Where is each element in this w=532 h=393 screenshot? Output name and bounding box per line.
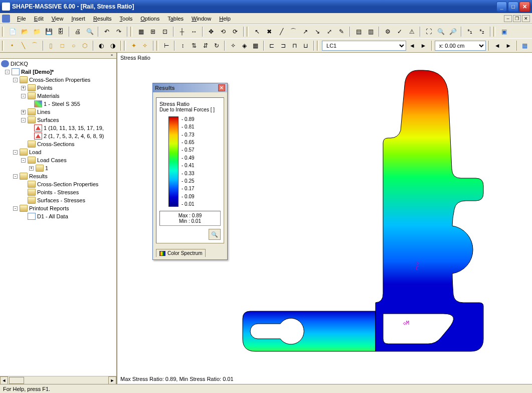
preview-icon[interactable]: 🔍 — [84, 26, 95, 37]
tree-surf1[interactable]: 1 (10, 11, 13, 15, 17, 19, — [44, 125, 104, 131]
navigator-hscroll[interactable]: ◄ ► — [0, 376, 116, 384]
snap-icon[interactable]: ⊡ — [159, 26, 170, 37]
scroll-left-icon[interactable]: ◄ — [0, 376, 8, 384]
misc1-icon[interactable]: *₁ — [464, 26, 475, 37]
check-icon[interactable]: ✓ — [394, 26, 405, 37]
res7-icon[interactable]: ◈ — [239, 40, 250, 51]
star1-icon[interactable]: ✦ — [129, 40, 139, 51]
collapse-icon[interactable]: - — [13, 174, 18, 179]
calc-icon[interactable]: ⚙ — [382, 26, 393, 37]
toolbar-grip-2[interactable] — [130, 27, 132, 37]
menu-edit[interactable]: Edit — [30, 15, 48, 23]
axis-icon[interactable]: ┼ — [176, 26, 188, 37]
line-tool-icon[interactable]: ╲ — [18, 40, 29, 51]
expand-icon[interactable]: + — [29, 166, 34, 171]
rect-icon[interactable]: ▯ — [46, 40, 57, 51]
tool7-icon[interactable]: ⤢ — [324, 26, 335, 37]
menu-results[interactable]: Results — [89, 15, 116, 23]
results-close-icon[interactable]: ✕ — [218, 84, 225, 91]
tool6-icon[interactable]: ↘ — [312, 26, 323, 37]
maximize-button[interactable]: □ — [508, 2, 518, 12]
rect2-icon[interactable]: □ — [57, 40, 68, 51]
table1-icon[interactable]: ▤ — [353, 26, 364, 37]
tree-project[interactable]: Rail [Demo]* — [21, 69, 54, 75]
open2-icon[interactable]: 📁 — [31, 26, 42, 37]
zoom-in-icon[interactable]: 🔍 — [435, 26, 446, 37]
res8-icon[interactable]: ▦ — [250, 40, 261, 51]
mdi-close-button[interactable]: ✕ — [522, 15, 530, 22]
results-icon[interactable]: ▣ — [498, 26, 509, 37]
menu-tables[interactable]: Tables — [163, 15, 188, 23]
move-icon[interactable]: ✥ — [206, 26, 217, 37]
saveall-icon[interactable]: 🗄 — [55, 26, 66, 37]
navigator-close-icon[interactable]: × — [108, 53, 115, 58]
menu-window[interactable]: Window — [188, 15, 215, 23]
res6-icon[interactable]: ✧ — [228, 40, 238, 51]
tree-surf2[interactable]: 2 (1, 7, 5, 3, 2, 4, 6, 8, 9) — [44, 133, 104, 139]
menu-help[interactable]: Help — [215, 15, 235, 23]
table2-icon[interactable]: ▥ — [365, 26, 376, 37]
tree-lc1[interactable]: 1 — [45, 165, 48, 171]
undo-icon[interactable]: ↶ — [101, 26, 112, 37]
collapse-icon[interactable]: - — [13, 78, 18, 82]
edit-line-icon[interactable]: ╱ — [276, 26, 287, 37]
menu-tools[interactable]: Tools — [116, 15, 137, 23]
zoom-fit-icon[interactable]: ⛶ — [423, 26, 434, 37]
tree-lines[interactable]: Lines — [37, 109, 50, 115]
res2-icon[interactable]: ↕ — [178, 40, 188, 51]
tree-r-csprops[interactable]: Cross-Section Properties — [37, 181, 98, 187]
tree-d1[interactable]: D1 - All Data — [37, 213, 68, 219]
res9-icon[interactable]: ⊏ — [267, 40, 277, 51]
menu-view[interactable]: View — [48, 15, 68, 23]
scroll-right-icon[interactable]: ► — [108, 376, 116, 384]
tree-surfaces[interactable]: Surfaces — [37, 117, 59, 123]
nav-prev-icon[interactable]: ◄ — [492, 40, 502, 51]
coord-select[interactable]: x: 0.00 cm — [435, 41, 486, 51]
collapse-icon[interactable]: - — [5, 70, 10, 74]
dim-icon[interactable]: ↔ — [189, 26, 200, 37]
edit-curve-icon[interactable]: ⌒ — [288, 26, 299, 37]
save-icon[interactable]: 💾 — [43, 26, 54, 37]
delete-icon[interactable]: ✖ — [264, 26, 275, 37]
collapse-icon[interactable]: - — [21, 94, 26, 98]
grid-icon[interactable]: ▦ — [135, 26, 146, 37]
select-icon[interactable]: ↖ — [252, 26, 263, 37]
res3-icon[interactable]: ⇅ — [189, 40, 200, 51]
res12-icon[interactable]: ⊔ — [301, 40, 311, 51]
nav-next-icon[interactable]: ► — [503, 40, 514, 51]
tool8-icon[interactable]: ✎ — [336, 26, 347, 37]
scroll-thumb[interactable] — [9, 377, 24, 384]
view-icon[interactable]: ▦ — [520, 40, 530, 51]
menu-file[interactable]: File — [13, 15, 30, 23]
misc2-icon[interactable]: *₂ — [476, 26, 487, 37]
lc-prev-icon[interactable]: ◄ — [407, 40, 418, 51]
rotate-icon[interactable]: ⟲ — [218, 26, 229, 37]
collapse-icon[interactable]: - — [13, 150, 18, 155]
fill-icon[interactable]: ◐ — [96, 40, 107, 51]
results-panel-title[interactable]: Results ✕ — [153, 83, 227, 92]
tree-materials[interactable]: Materials — [37, 93, 60, 99]
tree-load[interactable]: Load — [29, 149, 41, 155]
tree-material1[interactable]: 1 - Steel S 355 — [44, 101, 80, 107]
redo-icon[interactable]: ↷ — [113, 26, 124, 37]
rotate2-icon[interactable]: ⟳ — [230, 26, 241, 37]
color-spectrum-tab[interactable]: Color Spectrum — [156, 249, 206, 257]
toolbar-grip-5[interactable] — [2, 41, 4, 51]
toolbar-grip-3[interactable] — [247, 27, 249, 37]
tree-points[interactable]: Points — [37, 85, 53, 91]
res11-icon[interactable]: ⊓ — [289, 40, 300, 51]
tree-r-points[interactable]: Points - Stresses — [37, 189, 79, 195]
grid2-icon[interactable]: ⊞ — [147, 26, 158, 37]
res4-icon[interactable]: ⇵ — [200, 40, 211, 51]
navigator-tree[interactable]: DICKQ -Rail [Demo]* -Cross-Section Prope… — [0, 59, 116, 376]
res10-icon[interactable]: ⊐ — [278, 40, 289, 51]
expand-icon[interactable]: + — [21, 110, 26, 114]
toolbar-grip-7[interactable] — [156, 41, 158, 51]
circle-icon[interactable]: ○ — [69, 40, 79, 51]
lc-next-icon[interactable]: ► — [418, 40, 429, 51]
collapse-icon[interactable]: - — [21, 158, 26, 163]
menu-options[interactable]: Options — [136, 15, 163, 23]
minimize-button[interactable]: _ — [496, 2, 507, 12]
toolbar-grip[interactable] — [2, 27, 4, 37]
results-zoom-button[interactable]: 🔍 — [209, 229, 221, 240]
